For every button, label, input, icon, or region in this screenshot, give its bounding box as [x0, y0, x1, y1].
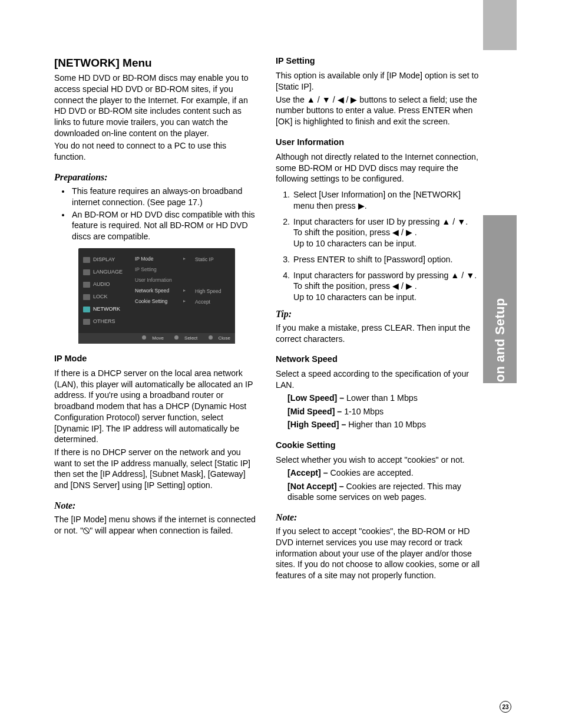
- ip-mode-para-1: If there is a DHCP server on the local a…: [54, 368, 259, 445]
- cookie-option: [Not Accept] – Cookies are rejected. Thi…: [287, 481, 481, 503]
- right-arrow-icon: ▶: [406, 228, 412, 237]
- ss-mid-item: IP Mode: [135, 256, 154, 262]
- intro-para-2: You do not need to connect to a PC to us…: [54, 140, 259, 162]
- ss-side-item: DISPLAY: [93, 256, 115, 263]
- ss-side-item: AUDIO: [93, 281, 110, 288]
- ss-right-item: High Speed: [195, 286, 229, 297]
- note2-text: If you select to accept "cookies", the B…: [276, 526, 481, 581]
- prep-bullet: An BD-ROM or HD DVD disc compatible with…: [71, 209, 259, 242]
- network-speed-options: [Low Speed] – Lower than 1 Mbps [Mid Spe…: [276, 393, 481, 430]
- ss-side-item: OTHERS: [93, 318, 115, 325]
- ss-side-item: LANGUAGE: [93, 269, 123, 276]
- cookie-option: [Accept] – Cookies are accepted.: [287, 467, 481, 479]
- speed-option: [Low Speed] – Lower than 1 Mbps: [287, 393, 481, 404]
- cookie-setting-intro: Select whether you wish to accept "cooki…: [276, 454, 481, 466]
- ss-mid-item: IP Setting: [135, 266, 157, 273]
- ss-side-item: LOCK: [93, 294, 108, 301]
- ss-mid-item: Network Speed: [135, 288, 169, 294]
- header-stub: [483, 0, 517, 50]
- preparations-list: This feature requires an always-on broad…: [54, 186, 259, 242]
- ip-mode-para-2: If there is no DHCP server on the networ…: [54, 447, 259, 491]
- ip-setting-para-1: This option is available only if [IP Mod…: [276, 70, 481, 92]
- left-column: [NETWORK] Menu Some HD DVD or BD-ROM dis…: [54, 55, 259, 583]
- user-info-heading: User Information: [276, 137, 481, 148]
- speed-option: [Mid Speed] – 1-10 Mbps: [287, 406, 481, 417]
- right-arrow-icon: ▶: [351, 95, 357, 104]
- right-arrow-icon: ▶: [358, 201, 365, 210]
- preparations-heading: Preparations:: [54, 171, 259, 183]
- section-tab: Installation and Setup: [483, 215, 517, 383]
- ss-side-item: NETWORK: [93, 306, 120, 313]
- up-arrow-icon: ▲: [307, 95, 315, 104]
- ss-mid-item: User Information: [135, 277, 172, 284]
- prohibit-icon: [83, 528, 90, 534]
- step-item: Press ENTER to shift to [Password] optio…: [292, 254, 481, 265]
- down-arrow-icon: ▼: [457, 217, 465, 226]
- up-arrow-icon: ▲: [442, 217, 450, 226]
- note-text: The [IP Mode] menu shows if the internet…: [54, 514, 259, 536]
- section-tab-label: Installation and Setup: [492, 298, 508, 436]
- cookie-setting-heading: Cookie Setting: [276, 440, 481, 451]
- right-arrow-icon: ▶: [406, 281, 412, 291]
- ip-setting-heading: IP Setting: [276, 55, 481, 67]
- speed-option: [High Speed] – Higher than 10 Mbps: [287, 419, 481, 430]
- page-number: 23: [500, 701, 511, 713]
- note-heading: Note:: [54, 499, 259, 512]
- step-item: Input characters for password by pressin…: [292, 270, 481, 303]
- prep-bullet: This feature requires an always-on broad…: [71, 186, 259, 207]
- menu-screenshot: DISPLAY LANGUAGE AUDIO LOCK NETWORK OTHE…: [78, 248, 235, 344]
- intro-para-1: Some HD DVD or BD-ROM discs may enable y…: [54, 73, 259, 139]
- step-item: Input characters for user ID by pressing…: [292, 216, 481, 249]
- network-speed-heading: Network Speed: [276, 354, 481, 365]
- user-info-para: Although not directly related to the Int…: [276, 151, 481, 185]
- page-title: [NETWORK] Menu: [54, 55, 259, 70]
- ip-setting-para-2: Use the ▲ / ▼ / ◀ / ▶ buttons to select …: [276, 94, 481, 127]
- network-speed-intro: Select a speed according to the specific…: [276, 368, 481, 390]
- ss-mid-item: Cookie Setting: [135, 298, 167, 305]
- note2-heading: Note:: [276, 511, 481, 523]
- up-arrow-icon: ▲: [451, 271, 459, 280]
- down-arrow-icon: ▼: [322, 95, 330, 104]
- cookie-options: [Accept] – Cookies are accepted. [Not Ac…: [276, 467, 481, 503]
- ip-mode-heading: IP Mode: [54, 353, 259, 364]
- step-item: Select [User Information] on the [NETWOR…: [292, 189, 481, 211]
- ss-footer: Move Select Close: [78, 333, 235, 344]
- user-info-steps: Select [User Information] on the [NETWOR…: [276, 189, 481, 303]
- ss-right-item: Static IP: [195, 254, 229, 265]
- down-arrow-icon: ▼: [466, 271, 474, 280]
- left-arrow-icon: ◀: [392, 281, 399, 291]
- ss-right-item: Accept: [195, 297, 229, 307]
- tip-heading: Tip:: [276, 308, 481, 320]
- tip-text: If you make a mistake, press CLEAR. Then…: [276, 322, 481, 344]
- left-arrow-icon: ◀: [392, 228, 399, 237]
- left-arrow-icon: ◀: [338, 95, 344, 104]
- right-column: IP Setting This option is available only…: [276, 55, 481, 583]
